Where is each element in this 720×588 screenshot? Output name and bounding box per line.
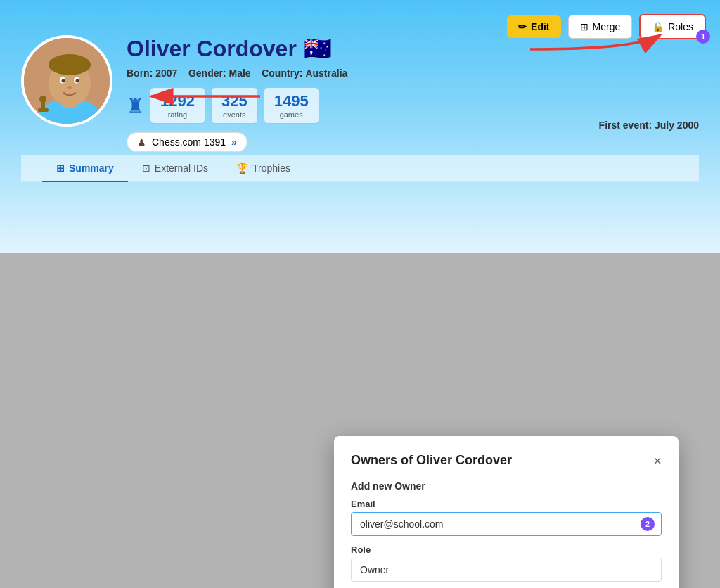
role-form-group: Role xyxy=(351,544,662,582)
merge-button[interactable]: ⊞ Merge xyxy=(568,15,633,39)
svg-point-9 xyxy=(76,79,79,83)
edit-label: Edit xyxy=(531,21,549,32)
email-input-container: 2 xyxy=(351,512,662,536)
email-label: Email xyxy=(351,499,662,509)
rating-label: rating xyxy=(160,110,195,119)
email-form-group: Email 2 xyxy=(351,499,662,536)
add-owner-section-title: Add new Owner xyxy=(351,480,662,492)
roles-button[interactable]: 🔒 Roles 1 xyxy=(639,14,706,39)
tab-summary[interactable]: ⊞ Summary xyxy=(42,155,128,182)
gender-label: Gender: xyxy=(188,68,226,79)
avatar xyxy=(21,35,112,127)
modal-header: Owners of Oliver Cordover × xyxy=(351,453,662,468)
content-area: Owners of Oliver Cordover × Add new Owne… xyxy=(0,253,720,588)
events-label: events xyxy=(221,110,248,119)
rating-stat[interactable]: 1292 rating xyxy=(150,87,205,124)
svg-point-10 xyxy=(68,86,72,89)
country-value: Australia xyxy=(305,68,347,79)
flag-icon: 🇦🇺 xyxy=(304,35,332,62)
lock-icon: 🔒 xyxy=(652,21,664,32)
gender-value: Male xyxy=(229,68,251,79)
edit-button[interactable]: ✏ Edit xyxy=(507,15,560,38)
email-input[interactable] xyxy=(351,512,662,536)
stats-row: ♜ 1292 rating 325 events 1495 games xyxy=(127,87,699,124)
player-name-text: Oliver Cordover xyxy=(127,36,297,62)
trophies-icon: 🏆 xyxy=(236,162,248,174)
svg-point-13 xyxy=(39,96,46,103)
first-event-value: July 2000 xyxy=(655,120,699,131)
chess-com-label: Chess.com 1391 xyxy=(152,136,226,148)
summary-icon: ⊞ xyxy=(56,162,65,174)
country-label: Country: xyxy=(262,68,302,79)
games-stat[interactable]: 1495 games xyxy=(264,87,319,124)
games-value: 1495 xyxy=(274,92,309,110)
merge-icon: ⊞ xyxy=(580,21,589,32)
chess-com-row: ♟ Chess.com 1391 » xyxy=(127,132,699,152)
tabs-row: ⊞ Summary ⊡ External IDs 🏆 Trophies xyxy=(21,155,699,182)
tab-trophies[interactable]: 🏆 Trophies xyxy=(222,155,304,182)
expand-icon: » xyxy=(231,136,237,148)
first-event-label: First event: xyxy=(599,120,652,131)
born-value: 2007 xyxy=(155,68,177,79)
external-ids-icon: ⊡ xyxy=(142,162,150,174)
role-label: Role xyxy=(351,544,662,555)
chess-king-icon: ♜ xyxy=(127,94,144,117)
svg-point-5 xyxy=(49,54,91,75)
games-label: games xyxy=(274,110,309,119)
role-input[interactable] xyxy=(351,558,662,582)
modal-close-button[interactable]: × xyxy=(653,454,662,468)
summary-tab-label: Summary xyxy=(69,162,114,174)
tab-external-ids[interactable]: ⊡ External IDs xyxy=(128,155,222,182)
merge-label: Merge xyxy=(593,21,621,32)
trophies-tab-label: Trophies xyxy=(252,162,290,174)
top-action-buttons: ✏ Edit ⊞ Merge 🔒 Roles 1 xyxy=(507,14,706,39)
born-label: Born: xyxy=(127,68,153,79)
profile-content: Oliver Cordover 🇦🇺 Born: 2007 Gender: Ma… xyxy=(21,35,699,152)
svg-point-8 xyxy=(62,79,65,83)
profile-background: ✏ Edit ⊞ Merge 🔒 Roles 1 xyxy=(0,0,720,253)
edit-icon: ✏ xyxy=(518,21,527,32)
roles-label: Roles xyxy=(668,21,693,32)
owners-modal: Owners of Oliver Cordover × Add new Owne… xyxy=(334,436,679,588)
events-stat[interactable]: 325 events xyxy=(211,87,258,124)
rating-value: 1292 xyxy=(160,92,195,110)
chess-com-badge[interactable]: ♟ Chess.com 1391 » xyxy=(127,132,248,152)
first-event: First event: July 2000 xyxy=(599,120,699,131)
events-value: 325 xyxy=(221,92,248,110)
roles-badge: 1 xyxy=(696,30,710,44)
modal-title: Owners of Oliver Cordover xyxy=(351,453,512,468)
external-ids-tab-label: External IDs xyxy=(155,162,208,174)
email-badge-2: 2 xyxy=(641,517,655,531)
player-meta: Born: 2007 Gender: Male Country: Austral… xyxy=(127,68,699,79)
svg-rect-11 xyxy=(38,108,49,112)
profile-info: Oliver Cordover 🇦🇺 Born: 2007 Gender: Ma… xyxy=(127,35,699,152)
avatar-illustration xyxy=(24,38,112,127)
chess-pawn-icon: ♟ xyxy=(137,136,146,148)
